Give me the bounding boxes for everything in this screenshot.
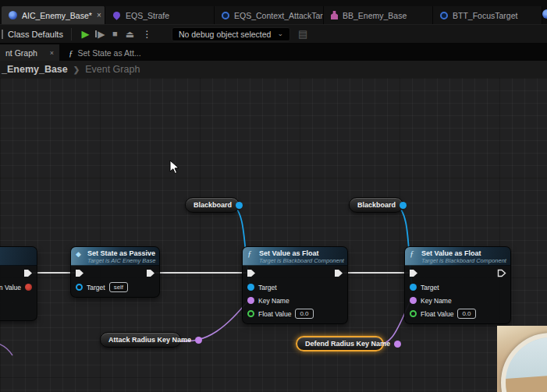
frame-skip-button[interactable]: ▶ bbox=[94, 27, 107, 41]
tab-eqs-strafe[interactable]: EQS_Strafe bbox=[105, 6, 215, 24]
asset-tab-bar: AIC_Enemy_Base* × EQS_Strafe EQS_Context… bbox=[0, 0, 547, 24]
tab-btt-focustarget[interactable]: BTT_FocusTarget bbox=[433, 6, 542, 24]
document-tab-bar: nt Graph × ƒ Set State as Att... bbox=[0, 44, 547, 61]
wire-layer bbox=[0, 78, 547, 392]
close-icon[interactable]: × bbox=[97, 11, 101, 19]
exec-in-pin[interactable] bbox=[75, 269, 84, 277]
bool-return-pin[interactable] bbox=[25, 284, 32, 291]
breadcrumb-blueprint-name[interactable]: _Enemy_Base bbox=[2, 64, 68, 75]
pill-label: Blackboard bbox=[357, 201, 396, 209]
exec-out-pin[interactable] bbox=[334, 269, 343, 277]
return-value-row: urn Value bbox=[0, 281, 37, 294]
blueprint-class-icon bbox=[9, 11, 17, 19]
key-name-out-pin[interactable] bbox=[394, 341, 401, 348]
tab-event-graph[interactable]: nt Graph × bbox=[0, 44, 59, 61]
debug-object-dropdown[interactable]: No debug object selected ⌄ bbox=[172, 27, 290, 41]
tab-set-state-function[interactable]: ƒ Set State as Att... bbox=[59, 44, 147, 61]
function-diamond-icon: ◆ bbox=[76, 250, 81, 258]
tab-bb-enemy-base[interactable]: BB_Enemy_Base bbox=[324, 6, 433, 24]
target-pin-row: Target self bbox=[71, 281, 159, 294]
node-left-partial[interactable]: urn Value bbox=[0, 246, 37, 321]
node-blackboard-2[interactable]: Blackboard bbox=[349, 197, 403, 213]
asset-tab-row: AIC_Enemy_Base* × EQS_Strafe EQS_Context… bbox=[2, 6, 542, 24]
pin-label: urn Value bbox=[0, 284, 21, 291]
debug-object-value: No debug object selected bbox=[179, 30, 272, 39]
target-object-pin[interactable] bbox=[410, 284, 417, 291]
exec-out-pin[interactable] bbox=[146, 269, 155, 277]
float-value-box[interactable]: 0.0 bbox=[295, 309, 313, 319]
frame-skip-play-icon: ▶ bbox=[98, 30, 105, 39]
exec-in-pin[interactable] bbox=[247, 269, 256, 277]
tab-aic-enemy-base[interactable]: AIC_Enemy_Base* × bbox=[2, 6, 105, 24]
target-object-pin[interactable] bbox=[247, 284, 254, 291]
pin-label: Key Name bbox=[421, 297, 452, 305]
float-value-pin[interactable] bbox=[247, 310, 254, 317]
node-subtitle: Target is Blackboard Component bbox=[259, 257, 343, 264]
node-set-state-as-passive[interactable]: ◆ Set State as Passive Target is AIC Ene… bbox=[70, 246, 160, 298]
node-title: Set Value as Float bbox=[421, 249, 506, 257]
tab-label: EQS_Context_AttackTar... bbox=[234, 11, 324, 20]
function-icon: ƒ bbox=[247, 249, 252, 258]
exec-pin-row bbox=[405, 266, 510, 281]
key-name-pin-row: Key Name bbox=[243, 294, 347, 307]
content-browser-icon[interactable]: ▤ bbox=[298, 28, 307, 40]
function-icon: ƒ bbox=[69, 48, 73, 58]
node-header: ƒ Set Value as Float Target is Blackboar… bbox=[405, 247, 510, 266]
node-blackboard-1[interactable]: Blackboard bbox=[185, 197, 240, 213]
stop-button[interactable]: ■ bbox=[108, 27, 122, 41]
float-value-pin[interactable] bbox=[410, 310, 417, 317]
webcam-ceiling bbox=[506, 337, 547, 379]
eject-button[interactable]: ⏏ bbox=[123, 27, 137, 41]
node-subtitle: Target is AIC Enemy Base bbox=[87, 257, 155, 264]
node-header: ◆ Set State as Passive Target is AIC Ene… bbox=[71, 247, 159, 266]
node-set-value-as-float-2[interactable]: ƒ Set Value as Float Target is Blackboar… bbox=[404, 246, 511, 324]
tab-eqs-context-attacktarget[interactable]: EQS_Context_AttackTar... bbox=[215, 6, 324, 24]
exec-pin-row bbox=[0, 266, 37, 281]
target-pin-row: Target bbox=[243, 281, 347, 294]
tab-label: nt Graph bbox=[5, 48, 37, 58]
breadcrumb-graph-name[interactable]: Event Graph bbox=[85, 64, 140, 75]
pill-label: Attack Radius Key Name bbox=[108, 336, 191, 344]
pin-label: Target bbox=[87, 284, 105, 291]
pin-label: Target bbox=[421, 284, 439, 291]
play-button[interactable]: ▶ bbox=[79, 27, 92, 41]
breadcrumb: _Enemy_Base ❯ Event Graph bbox=[0, 61, 547, 78]
unreal-blueprint-editor: AIC_Enemy_Base* × EQS_Strafe EQS_Context… bbox=[0, 0, 547, 392]
pill-label: Blackboard bbox=[194, 201, 232, 209]
more-options-button[interactable]: ⋮ bbox=[140, 27, 154, 41]
partial-tab-icon bbox=[542, 9, 547, 19]
close-icon[interactable]: × bbox=[50, 49, 54, 57]
tab-label: AIC_Enemy_Base* bbox=[22, 11, 92, 20]
pill-label: Defend Radius Key Name bbox=[305, 340, 390, 348]
node-title: Set Value as Float bbox=[259, 249, 343, 257]
node-header bbox=[0, 247, 37, 266]
class-defaults-button[interactable]: Class Defaults bbox=[8, 30, 63, 39]
node-defend-radius-key-name[interactable]: Defend Radius Key Name bbox=[296, 336, 384, 351]
key-name-pin[interactable] bbox=[410, 297, 417, 304]
node-set-value-as-float-1[interactable]: ƒ Set Value as Float Target is Blackboar… bbox=[242, 246, 348, 324]
node-attack-radius-key-name[interactable]: Attack Radius Key Name bbox=[100, 332, 181, 348]
frame-skip-bar-icon bbox=[95, 30, 97, 37]
pin-label: Float Value bbox=[421, 310, 453, 318]
exec-out-pin[interactable] bbox=[23, 269, 33, 277]
target-value-box[interactable]: self bbox=[109, 282, 128, 292]
webcam-overlay bbox=[497, 326, 547, 392]
blackboard-out-pin[interactable] bbox=[400, 202, 407, 209]
float-value-pin-row: Float Value 0.0 bbox=[405, 307, 510, 320]
exec-in-pin[interactable] bbox=[409, 269, 418, 277]
toolbar-separator bbox=[71, 28, 72, 41]
chevron-right-icon: ❯ bbox=[73, 65, 80, 74]
eqs-pin-icon bbox=[112, 10, 122, 20]
tab-label: BTT_FocusTarget bbox=[453, 11, 517, 20]
exec-out-pin-unconnected[interactable] bbox=[497, 269, 506, 277]
key-name-pin[interactable] bbox=[247, 297, 254, 304]
bt-task-icon bbox=[440, 12, 448, 19]
blueprint-toolbar: Class Defaults ▶ ▶ ■ ⏏ ⋮ No debug object… bbox=[0, 24, 547, 44]
key-name-out-pin[interactable] bbox=[195, 337, 202, 344]
node-header: ƒ Set Value as Float Target is Blackboar… bbox=[243, 247, 347, 266]
event-graph-canvas[interactable]: urn Value ◆ Set State as Passive Target … bbox=[0, 78, 547, 392]
float-value-box[interactable]: 0.0 bbox=[457, 309, 475, 319]
exec-pin-row bbox=[243, 266, 347, 281]
blackboard-out-pin[interactable] bbox=[236, 202, 243, 209]
target-object-pin[interactable] bbox=[76, 284, 83, 291]
